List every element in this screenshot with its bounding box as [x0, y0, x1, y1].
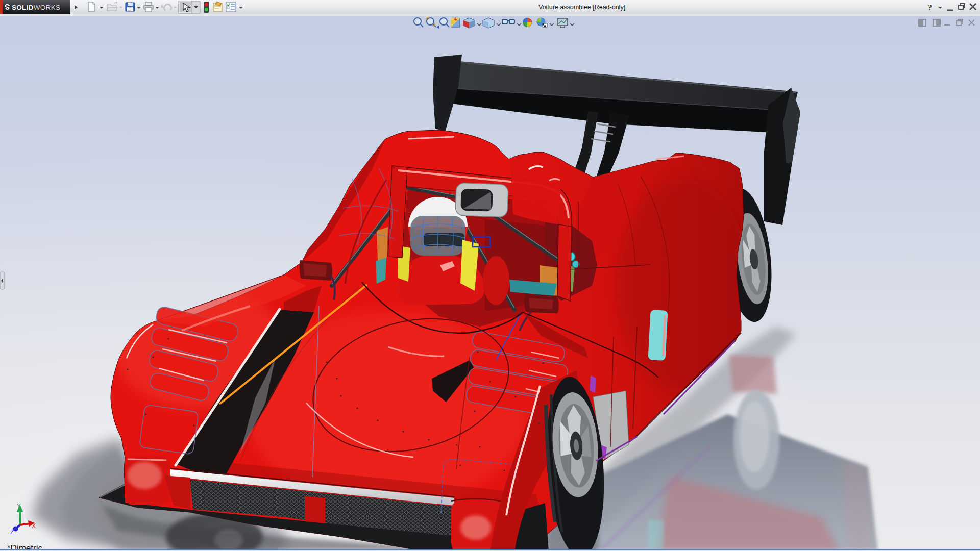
svg-text:?: ? — [928, 3, 932, 12]
svg-text:Z: Z — [10, 529, 14, 536]
svg-text:SOLIDWORKS: SOLIDWORKS — [12, 4, 60, 11]
svg-text:Y: Y — [17, 503, 21, 510]
svg-text:X: X — [32, 522, 36, 530]
